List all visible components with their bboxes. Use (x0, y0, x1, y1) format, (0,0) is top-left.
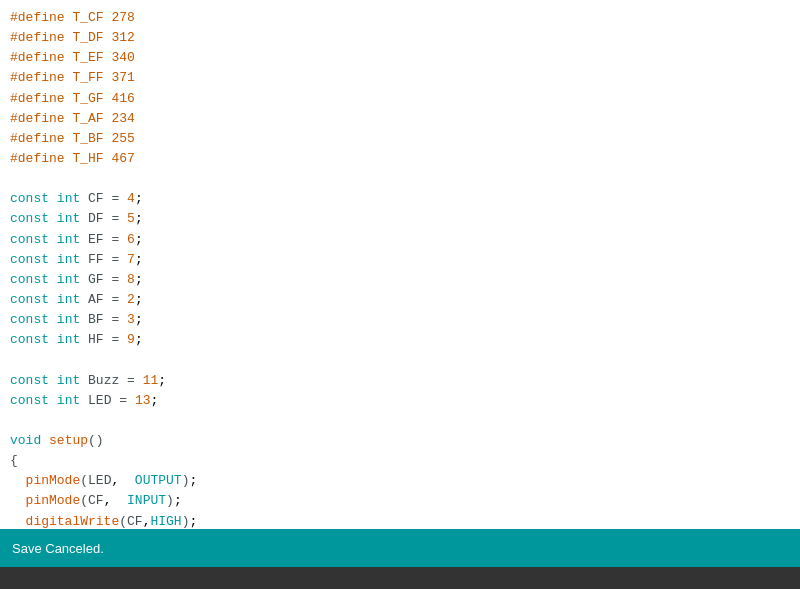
code-line-const-3: const int EF = 6; (10, 230, 790, 250)
code-line-define-2: #define T_DF 312 (10, 28, 790, 48)
code-line-led: const int LED = 13; (10, 391, 790, 411)
code-line-define-7: #define T_BF 255 (10, 129, 790, 149)
code-line-const-8: const int HF = 9; (10, 330, 790, 350)
code-line-define-3: #define T_EF 340 (10, 48, 790, 68)
code-line-blank-2 (10, 350, 790, 370)
code-line-const-5: const int GF = 8; (10, 270, 790, 290)
code-line-define-1: #define T_CF 278 (10, 8, 790, 28)
code-line-define-4: #define T_FF 371 (10, 68, 790, 88)
code-line-const-7: const int BF = 3; (10, 310, 790, 330)
code-line-define-6: #define T_AF 234 (10, 109, 790, 129)
code-line-const-6: const int AF = 2; (10, 290, 790, 310)
bottom-bar (0, 567, 800, 589)
code-line-define-5: #define T_GF 416 (10, 89, 790, 109)
status-bar: Save Canceled. (0, 529, 800, 567)
status-message: Save Canceled. (12, 541, 104, 556)
code-line-define-8: #define T_HF 467 (10, 149, 790, 169)
code-line-const-1: const int CF = 4; (10, 189, 790, 209)
code-line-blank-1 (10, 169, 790, 189)
code-line-blank-3 (10, 411, 790, 431)
code-line-const-2: const int DF = 5; (10, 209, 790, 229)
code-line-digitalwrite: digitalWrite(CF,HIGH); (10, 512, 790, 529)
code-line-const-4: const int FF = 7; (10, 250, 790, 270)
code-line-pinmode-cf: pinMode(CF, INPUT); (10, 491, 790, 511)
code-line-void-setup: void setup() (10, 431, 790, 451)
code-editor: #define T_CF 278 #define T_DF 312 #defin… (0, 0, 800, 529)
code-line-brace-open: { (10, 451, 790, 471)
code-line-pinmode-led: pinMode(LED, OUTPUT); (10, 471, 790, 491)
code-line-buzz: const int Buzz = 11; (10, 371, 790, 391)
